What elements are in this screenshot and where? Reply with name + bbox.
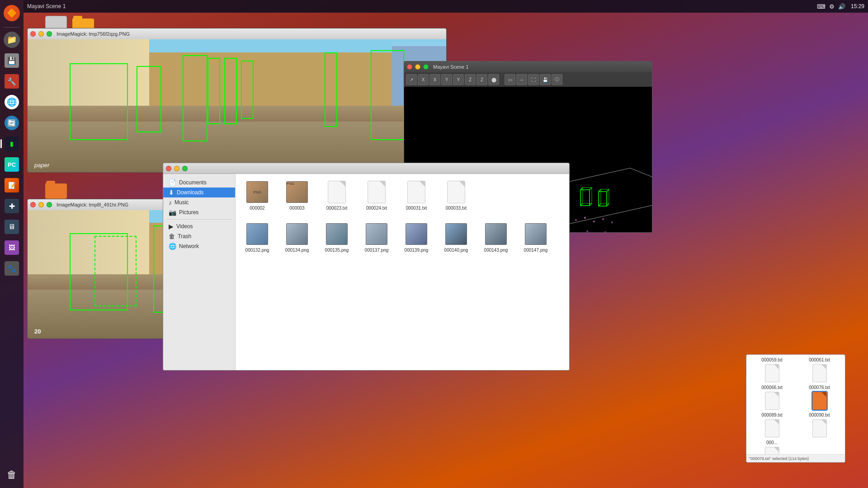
filename-000002: 000002: [250, 206, 264, 211]
sidebar-item-videos[interactable]: ▶ Videos: [163, 221, 235, 231]
taskbar-terminal[interactable]: ▮: [2, 134, 21, 153]
filename-000023: 000023.txt: [326, 206, 348, 211]
desktop: Mayavi Scene 1 ⌨ ⚙ 🔊 15:29 🔶 📁 💾 🔧 🌐: [0, 0, 868, 488]
mayavi-btn-x[interactable]: X: [418, 74, 429, 85]
file-item-000024[interactable]: 000024.txt: [359, 178, 395, 212]
filename-000139: 000139.png: [405, 248, 429, 253]
taskbar-pycharm[interactable]: PC: [2, 155, 21, 174]
filepanel-icon-000059[interactable]: [765, 364, 779, 382]
taskbar-disk[interactable]: 💾: [2, 51, 21, 70]
file-item-000132[interactable]: 000132.png: [239, 220, 275, 254]
close-button-im1[interactable]: [30, 31, 36, 37]
mayavi-toolbar: ↗ X X Y Y Z Z ⬤ ▭ ↔ ⛶ 💾 ⓘ: [404, 72, 652, 87]
mayavi-btn-arrows[interactable]: ↔: [516, 74, 527, 85]
mayavi-btn-ya[interactable]: Y: [453, 74, 464, 85]
close-button-fm[interactable]: [166, 166, 171, 171]
file-item-000140[interactable]: 000140.png: [438, 220, 474, 254]
file-item-000143[interactable]: 000143.png: [478, 220, 514, 254]
filepanel-icon-000090[interactable]: [812, 419, 827, 437]
sidebar-label-trash: Trash: [178, 233, 191, 239]
min-button-im1[interactable]: [38, 31, 44, 37]
file-item-000031[interactable]: 000031.txt: [398, 178, 434, 212]
mayavi-btn-save[interactable]: 💾: [540, 74, 551, 85]
filepanel-row4: 000...: [749, 440, 842, 445]
file-icon-000140: [445, 221, 467, 247]
taskbar-remote[interactable]: 🔄: [2, 113, 21, 132]
topbar-left: Mayavi Scene 1: [27, 3, 66, 9]
taskbar-tools[interactable]: 🔧: [2, 72, 21, 91]
filepanel-name-000059: 000059.txt: [749, 357, 795, 362]
desktop-folder-orange[interactable]: [45, 181, 67, 199]
filepanel-icons-row3: [749, 419, 842, 437]
mayavi-btn-za[interactable]: Z: [476, 74, 487, 85]
filepanel-icon-000076[interactable]: [812, 392, 827, 410]
taskbar-chrome[interactable]: 🌐: [2, 93, 21, 112]
mayavi-btn-sphere[interactable]: ⬤: [488, 74, 499, 85]
taskbar-files[interactable]: 📁: [2, 30, 21, 49]
close-button-mayavi[interactable]: [407, 64, 412, 70]
min-button-fm[interactable]: [174, 166, 179, 171]
file-item-000135[interactable]: 000135.png: [319, 220, 355, 254]
taskbar-trash[interactable]: 🗑: [2, 465, 21, 484]
min-button-mayavi[interactable]: [415, 64, 420, 70]
mayavi-btn-y[interactable]: Y: [441, 74, 452, 85]
file-item-000033[interactable]: 000033.txt: [438, 178, 474, 212]
filepanel-statusbar: "000076.txt" selected (114 bytes): [746, 454, 845, 462]
sidebar-item-music[interactable]: ♪ Music: [163, 197, 235, 207]
filepanel-icon-000089[interactable]: [765, 419, 779, 437]
mayavi-btn-outline[interactable]: ▭: [505, 74, 515, 85]
settings-icon: ⚙: [829, 3, 835, 10]
mayavi-btn-z[interactable]: Z: [465, 74, 476, 85]
sidebar-divider: [167, 219, 231, 220]
file-item-000137[interactable]: 000137.png: [359, 220, 395, 254]
filename-000024: 000024.txt: [366, 206, 387, 211]
max-button-fm[interactable]: [182, 166, 188, 171]
close-button-im2[interactable]: [30, 202, 36, 207]
mayavi-btn-fullscreen[interactable]: ⛶: [528, 74, 539, 85]
filename-000134: 000134.png: [285, 248, 309, 253]
scene-number: 20: [34, 328, 41, 335]
svg-point-26: [575, 219, 577, 221]
sidebar-item-downloads[interactable]: ⬇ Downloads: [163, 188, 235, 197]
file-item-000147[interactable]: 000147.png: [518, 220, 554, 254]
max-button-im1[interactable]: [47, 31, 52, 37]
taskbar-gimp[interactable]: 🐾: [2, 259, 21, 278]
taskbar-cross[interactable]: ✚: [2, 197, 21, 216]
file-item-000134[interactable]: 000134.png: [279, 220, 315, 254]
file-item-000023[interactable]: 000023.txt: [319, 178, 355, 212]
bbox-4: [208, 58, 220, 124]
min-button-im2[interactable]: [38, 202, 44, 207]
taskbar-ubuntu[interactable]: 🔶: [2, 4, 21, 23]
filepanel-icon-000061[interactable]: [812, 364, 827, 382]
sidebar-item-trash[interactable]: 🗑 Trash: [163, 231, 235, 241]
mayavi-btn-xa[interactable]: X: [429, 74, 440, 85]
titlebar-filemanager[interactable]: [163, 163, 569, 174]
file-icon-000003: PNG: [286, 179, 308, 205]
sidebar-item-documents[interactable]: 📄 Documents: [163, 178, 235, 188]
filepanel-body: 000059.txt 000061.txt 000066.txt 000076.…: [746, 355, 845, 463]
file-item-000139[interactable]: 000139.png: [398, 220, 434, 254]
max-button-im2[interactable]: [47, 202, 52, 207]
file-item-000002[interactable]: PNG 000002: [239, 178, 275, 212]
taskbar-gallery[interactable]: 🖼: [2, 238, 21, 257]
file-icon-000143: [485, 221, 507, 247]
file-icon-000135: [326, 221, 348, 247]
sidebar-item-network[interactable]: 🌐 Network: [163, 241, 235, 251]
sidebar-item-pictures[interactable]: 📷 Pictures: [163, 207, 235, 217]
file-icon-000002: PNG: [246, 179, 268, 205]
filemanager-body: 📄 Documents ⬇ Downloads ♪ Music 📷 Pictur…: [163, 174, 569, 370]
titlebar-mayavi[interactable]: Mayavi Scene 1: [404, 61, 652, 72]
mayavi-btn-info[interactable]: ⓘ: [552, 74, 562, 85]
file-item-000003[interactable]: PNG 000003: [279, 178, 315, 212]
filepanel-icon-000066[interactable]: [765, 392, 779, 410]
sidebar-label-videos: Videos: [176, 223, 193, 230]
bbox-8: [371, 50, 404, 141]
titlebar-imagemagick1[interactable]: ImageMagick: tmp756f2qzg.PNG: [28, 28, 446, 39]
sidebar-label-music: Music: [175, 199, 189, 206]
mayavi-btn-pointer[interactable]: ↗: [406, 74, 417, 85]
title-im2: ImageMagick: tmp8l_491hr.PNG: [57, 202, 128, 207]
file-grid-2: 000132.png 000134.png 000135.png: [239, 220, 566, 254]
max-button-mayavi[interactable]: [423, 64, 429, 70]
taskbar-display[interactable]: 🖥: [2, 217, 21, 236]
taskbar-sublime[interactable]: 📝: [2, 176, 21, 195]
